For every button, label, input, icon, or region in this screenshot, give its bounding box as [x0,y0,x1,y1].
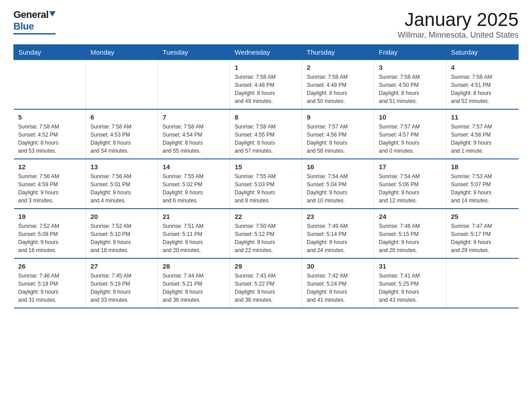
day-number: 29 [235,262,297,270]
day-info: Sunrise: 7:44 AM Sunset: 5:21 PM Dayligh… [163,272,225,304]
day-number: 31 [379,262,442,270]
day-of-week-header: Tuesday [158,45,230,60]
day-info: Sunrise: 7:57 AM Sunset: 4:56 PM Dayligh… [307,123,369,155]
calendar-day-cell: 26Sunrise: 7:46 AM Sunset: 5:18 PM Dayli… [14,258,86,308]
calendar-day-cell: 27Sunrise: 7:45 AM Sunset: 5:19 PM Dayli… [86,258,158,308]
day-number: 8 [235,113,297,121]
calendar-day-cell: 14Sunrise: 7:55 AM Sunset: 5:02 PM Dayli… [158,159,230,209]
day-number: 11 [451,113,514,121]
day-info: Sunrise: 7:50 AM Sunset: 5:12 PM Dayligh… [235,222,297,254]
day-info: Sunrise: 7:43 AM Sunset: 5:22 PM Dayligh… [235,272,297,304]
day-info: Sunrise: 7:58 AM Sunset: 4:54 PM Dayligh… [163,123,225,155]
calendar-week-row: 26Sunrise: 7:46 AM Sunset: 5:18 PM Dayli… [14,258,519,308]
day-info: Sunrise: 7:52 AM Sunset: 5:10 PM Dayligh… [90,222,153,254]
calendar-header: SundayMondayTuesdayWednesdayThursdayFrid… [14,45,519,60]
logo-blue-text: Blue [13,21,34,32]
calendar-day-cell: 21Sunrise: 7:51 AM Sunset: 5:11 PM Dayli… [158,209,230,258]
calendar-week-row: 5Sunrise: 7:58 AM Sunset: 4:52 PM Daylig… [14,109,519,159]
day-info: Sunrise: 7:49 AM Sunset: 5:14 PM Dayligh… [307,222,369,254]
logo-triangle-icon [49,11,56,17]
calendar-day-cell [86,60,158,110]
day-info: Sunrise: 7:41 AM Sunset: 5:25 PM Dayligh… [379,272,442,304]
day-number: 16 [307,163,369,171]
day-of-week-header: Monday [86,45,158,60]
logo-underline [13,33,56,34]
calendar-title: January 2025 [398,9,519,30]
day-info: Sunrise: 7:55 AM Sunset: 5:03 PM Dayligh… [235,172,297,205]
calendar-day-cell: 30Sunrise: 7:42 AM Sunset: 5:24 PM Dayli… [302,258,374,308]
day-info: Sunrise: 7:57 AM Sunset: 4:58 PM Dayligh… [451,123,514,155]
calendar-day-cell: 1Sunrise: 7:58 AM Sunset: 4:48 PM Daylig… [230,60,302,110]
day-info: Sunrise: 7:54 AM Sunset: 5:04 PM Dayligh… [307,172,369,205]
days-of-week-row: SundayMondayTuesdayWednesdayThursdayFrid… [14,45,519,60]
day-number: 26 [18,262,82,270]
calendar-day-cell: 29Sunrise: 7:43 AM Sunset: 5:22 PM Dayli… [230,258,302,308]
calendar-day-cell: 16Sunrise: 7:54 AM Sunset: 5:04 PM Dayli… [302,159,374,209]
logo-general-text: General [13,9,48,21]
day-number: 21 [163,213,225,220]
calendar-day-cell: 6Sunrise: 7:58 AM Sunset: 4:53 PM Daylig… [86,109,158,159]
calendar-day-cell: 11Sunrise: 7:57 AM Sunset: 4:58 PM Dayli… [446,109,519,159]
calendar-subtitle: Willmar, Minnesota, United States [398,30,519,40]
day-info: Sunrise: 7:42 AM Sunset: 5:24 PM Dayligh… [307,272,369,304]
calendar-day-cell: 7Sunrise: 7:58 AM Sunset: 4:54 PM Daylig… [158,109,230,159]
day-info: Sunrise: 7:57 AM Sunset: 4:57 PM Dayligh… [379,123,442,155]
calendar-table: SundayMondayTuesdayWednesdayThursdayFrid… [13,44,519,308]
calendar-day-cell: 19Sunrise: 7:52 AM Sunset: 5:08 PM Dayli… [14,209,86,258]
day-info: Sunrise: 7:53 AM Sunset: 5:07 PM Dayligh… [451,172,514,205]
calendar-body: 1Sunrise: 7:58 AM Sunset: 4:48 PM Daylig… [14,60,519,308]
calendar-day-cell: 17Sunrise: 7:54 AM Sunset: 5:06 PM Dayli… [374,159,446,209]
calendar-day-cell: 10Sunrise: 7:57 AM Sunset: 4:57 PM Dayli… [374,109,446,159]
calendar-day-cell: 15Sunrise: 7:55 AM Sunset: 5:03 PM Dayli… [230,159,302,209]
day-number: 7 [163,113,225,121]
calendar-day-cell: 20Sunrise: 7:52 AM Sunset: 5:10 PM Dayli… [86,209,158,258]
day-number: 20 [90,213,153,220]
calendar-day-cell: 8Sunrise: 7:58 AM Sunset: 4:55 PM Daylig… [230,109,302,159]
day-number: 10 [379,113,442,121]
day-info: Sunrise: 7:58 AM Sunset: 4:49 PM Dayligh… [307,73,369,105]
day-number: 27 [90,262,153,270]
calendar-week-row: 1Sunrise: 7:58 AM Sunset: 4:48 PM Daylig… [14,60,519,110]
day-number: 3 [379,64,442,71]
day-number: 22 [235,213,297,220]
day-info: Sunrise: 7:56 AM Sunset: 4:59 PM Dayligh… [18,172,82,205]
day-number: 5 [18,113,82,121]
day-info: Sunrise: 7:46 AM Sunset: 5:18 PM Dayligh… [18,272,82,304]
calendar-day-cell: 12Sunrise: 7:56 AM Sunset: 4:59 PM Dayli… [14,159,86,209]
calendar-day-cell: 24Sunrise: 7:48 AM Sunset: 5:15 PM Dayli… [374,209,446,258]
day-info: Sunrise: 7:52 AM Sunset: 5:08 PM Dayligh… [18,222,82,254]
day-info: Sunrise: 7:58 AM Sunset: 4:53 PM Dayligh… [90,123,153,155]
day-of-week-header: Thursday [302,45,374,60]
calendar-day-cell [14,60,86,110]
calendar-week-row: 12Sunrise: 7:56 AM Sunset: 4:59 PM Dayli… [14,159,519,209]
day-number: 2 [307,64,369,71]
calendar-day-cell: 25Sunrise: 7:47 AM Sunset: 5:17 PM Dayli… [446,209,519,258]
calendar-day-cell [158,60,230,110]
day-number: 28 [163,262,225,270]
day-of-week-header: Wednesday [230,45,302,60]
day-info: Sunrise: 7:56 AM Sunset: 5:01 PM Dayligh… [90,172,153,205]
day-number: 30 [307,262,369,270]
calendar-day-cell: 5Sunrise: 7:58 AM Sunset: 4:52 PM Daylig… [14,109,86,159]
day-number: 1 [235,64,297,71]
day-info: Sunrise: 7:58 AM Sunset: 4:50 PM Dayligh… [379,73,442,105]
day-number: 19 [18,213,82,220]
day-number: 14 [163,163,225,171]
calendar-day-cell: 4Sunrise: 7:58 AM Sunset: 4:51 PM Daylig… [446,60,519,110]
day-info: Sunrise: 7:55 AM Sunset: 5:02 PM Dayligh… [163,172,225,205]
day-number: 25 [451,213,514,220]
day-info: Sunrise: 7:48 AM Sunset: 5:15 PM Dayligh… [379,222,442,254]
calendar-day-cell: 28Sunrise: 7:44 AM Sunset: 5:21 PM Dayli… [158,258,230,308]
day-of-week-header: Friday [374,45,446,60]
day-info: Sunrise: 7:51 AM Sunset: 5:11 PM Dayligh… [163,222,225,254]
calendar-day-cell: 18Sunrise: 7:53 AM Sunset: 5:07 PM Dayli… [446,159,519,209]
logo: General Blue [13,9,56,34]
day-info: Sunrise: 7:47 AM Sunset: 5:17 PM Dayligh… [451,222,514,254]
calendar-day-cell [446,258,519,308]
day-info: Sunrise: 7:58 AM Sunset: 4:55 PM Dayligh… [235,123,297,155]
day-info: Sunrise: 7:54 AM Sunset: 5:06 PM Dayligh… [379,172,442,205]
calendar-day-cell: 9Sunrise: 7:57 AM Sunset: 4:56 PM Daylig… [302,109,374,159]
calendar-day-cell: 3Sunrise: 7:58 AM Sunset: 4:50 PM Daylig… [374,60,446,110]
day-number: 6 [90,113,153,121]
day-number: 4 [451,64,514,71]
